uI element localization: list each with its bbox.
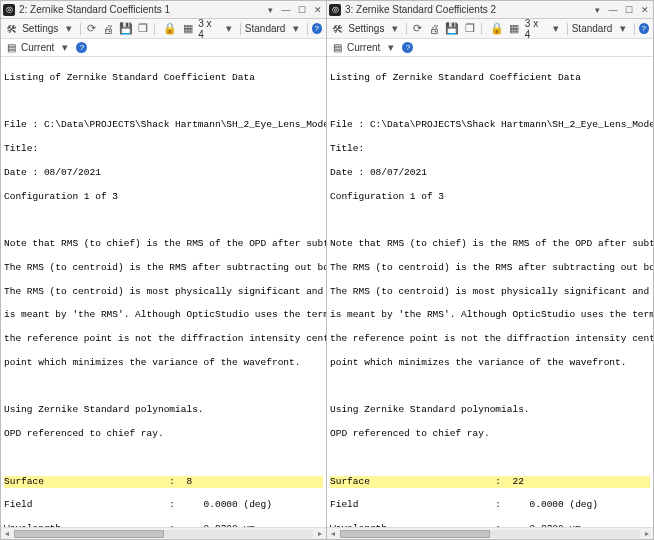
chevron-down-icon[interactable]: ▾ [384, 41, 398, 55]
scrollbar-horizontal[interactable]: ◂ ▸ [1, 527, 326, 539]
window-title: 3: Zernike Standard Coefficients 2 [345, 4, 496, 15]
lock-icon[interactable]: 🔒 [490, 22, 504, 36]
title-line: Title: [4, 143, 323, 155]
doc-icon[interactable]: ▤ [5, 42, 17, 54]
minimize-button[interactable]: — [280, 4, 292, 16]
copy-icon[interactable]: ❐ [137, 22, 150, 36]
subbar: ▤ Current ▾ ? [1, 39, 326, 57]
scroll-left-icon[interactable]: ◂ [327, 528, 339, 540]
note-line: Using Zernike Standard polynomials. [330, 404, 650, 416]
file-line: File : C:\Data\PROJECTS\Shack Hartmann\S… [4, 119, 323, 131]
app-icon: ◎ [3, 4, 15, 16]
chevron-down-icon[interactable]: ▾ [616, 22, 629, 36]
print-icon[interactable]: 🖨 [428, 22, 441, 36]
refresh-icon[interactable]: ⟳ [411, 22, 424, 36]
app-icon: ◎ [329, 4, 341, 16]
doc-icon[interactable]: ▤ [331, 42, 343, 54]
scroll-track[interactable] [340, 530, 640, 538]
note-line: Using Zernike Standard polynomials. [4, 404, 323, 416]
pane-left: ◎ 2: Zernike Standard Coefficients 1 ▾ —… [0, 0, 327, 540]
toolbar: 🛠 Settings ▾ ⟳ 🖨 💾 ❐ 🔒 ▦ 3 x 4 ▾ Standar… [1, 19, 326, 39]
config-line: Configuration 1 of 3 [4, 191, 323, 203]
note-line: Note that RMS (to chief) is the RMS of t… [4, 238, 323, 250]
date-line: Date : 08/07/2021 [330, 167, 650, 179]
save-icon[interactable]: 💾 [445, 22, 459, 36]
maximize-button[interactable]: ☐ [296, 4, 308, 16]
current-label[interactable]: Current [21, 42, 54, 53]
help-icon[interactable]: ? [76, 42, 87, 53]
scroll-left-icon[interactable]: ◂ [1, 528, 13, 540]
surface-row: Surface : 22 [330, 476, 650, 488]
note-line: point which minimizes the variance of th… [330, 357, 650, 369]
report-heading: Listing of Zernike Standard Coefficient … [330, 72, 650, 84]
note-line: the reference point is not the diffracti… [4, 333, 323, 345]
chevron-down-icon[interactable]: ▾ [388, 22, 401, 36]
scroll-right-icon[interactable]: ▸ [314, 528, 326, 540]
file-line: File : C:\Data\PROJECTS\Shack Hartmann\S… [330, 119, 650, 131]
titlebar-right: ◎ 3: Zernike Standard Coefficients 2 ▾ —… [327, 1, 653, 19]
grid-size-label[interactable]: 3 x 4 [198, 18, 218, 40]
scroll-thumb[interactable] [14, 530, 164, 538]
config-line: Configuration 1 of 3 [330, 191, 650, 203]
note-line: Note that RMS (to chief) is the RMS of t… [330, 238, 650, 250]
scroll-right-icon[interactable]: ▸ [641, 528, 653, 540]
note-line: is meant by 'the RMS'. Although OpticStu… [330, 309, 650, 321]
note-line: The RMS (to centroid) is most physically… [330, 286, 650, 298]
settings-label[interactable]: Settings [22, 23, 58, 34]
note-line: is meant by 'the RMS'. Although OpticStu… [4, 309, 323, 321]
note-line: the reference point is not the diffracti… [330, 333, 650, 345]
window-title: 2: Zernike Standard Coefficients 1 [19, 4, 170, 15]
note-line: The RMS (to centroid) is most physically… [4, 286, 323, 298]
chevron-down-icon[interactable]: ▾ [223, 22, 236, 36]
close-button[interactable]: ✕ [312, 4, 324, 16]
field-line: Field : 0.0000 (deg) [4, 499, 323, 511]
close-button[interactable]: ✕ [639, 4, 651, 16]
scroll-track[interactable] [14, 530, 313, 538]
maximize-button[interactable]: ☐ [623, 4, 635, 16]
help-icon[interactable]: ? [402, 42, 413, 53]
help-icon[interactable]: ? [639, 23, 649, 34]
grid-size-label[interactable]: 3 x 4 [525, 18, 546, 40]
scroll-thumb[interactable] [340, 530, 490, 538]
settings-icon[interactable]: 🛠 [5, 22, 18, 36]
note-line: OPD referenced to chief ray. [330, 428, 650, 440]
titlebar-left: ◎ 2: Zernike Standard Coefficients 1 ▾ —… [1, 1, 326, 19]
grid-icon[interactable]: ▦ [181, 22, 194, 36]
title-line: Title: [330, 143, 650, 155]
settings-icon[interactable]: 🛠 [331, 22, 344, 36]
surface-row: Surface : 8 [4, 476, 323, 488]
scrollbar-horizontal[interactable]: ◂ ▸ [327, 527, 653, 539]
standard-label[interactable]: Standard [245, 23, 286, 34]
grid-icon[interactable]: ▦ [508, 22, 521, 36]
chevron-down-icon[interactable]: ▾ [58, 41, 72, 55]
save-icon[interactable]: 💾 [119, 22, 133, 36]
report-content-left: Listing of Zernike Standard Coefficient … [1, 57, 326, 539]
dropdown-icon[interactable]: ▾ [591, 4, 603, 16]
subbar: ▤ Current ▾ ? [327, 39, 653, 57]
lock-icon[interactable]: 🔒 [163, 22, 177, 36]
report-heading: Listing of Zernike Standard Coefficient … [4, 72, 323, 84]
minimize-button[interactable]: — [607, 4, 619, 16]
print-icon[interactable]: 🖨 [102, 22, 115, 36]
help-icon[interactable]: ? [312, 23, 322, 34]
note-line: The RMS (to centroid) is the RMS after s… [4, 262, 323, 274]
refresh-icon[interactable]: ⟳ [84, 22, 97, 36]
copy-icon[interactable]: ❐ [463, 22, 476, 36]
chevron-down-icon[interactable]: ▾ [62, 22, 75, 36]
note-line: point which minimizes the variance of th… [4, 357, 323, 369]
report-content-right: Listing of Zernike Standard Coefficient … [327, 57, 653, 539]
date-line: Date : 08/07/2021 [4, 167, 323, 179]
settings-label[interactable]: Settings [348, 23, 384, 34]
toolbar: 🛠 Settings ▾ ⟳ 🖨 💾 ❐ 🔒 ▦ 3 x 4 ▾ Standar… [327, 19, 653, 39]
standard-label[interactable]: Standard [572, 23, 613, 34]
field-line: Field : 0.0000 (deg) [330, 499, 650, 511]
note-line: The RMS (to centroid) is the RMS after s… [330, 262, 650, 274]
chevron-down-icon[interactable]: ▾ [549, 22, 562, 36]
dropdown-icon[interactable]: ▾ [264, 4, 276, 16]
current-label[interactable]: Current [347, 42, 380, 53]
note-line: OPD referenced to chief ray. [4, 428, 323, 440]
pane-right: ◎ 3: Zernike Standard Coefficients 2 ▾ —… [327, 0, 654, 540]
chevron-down-icon[interactable]: ▾ [289, 22, 302, 36]
